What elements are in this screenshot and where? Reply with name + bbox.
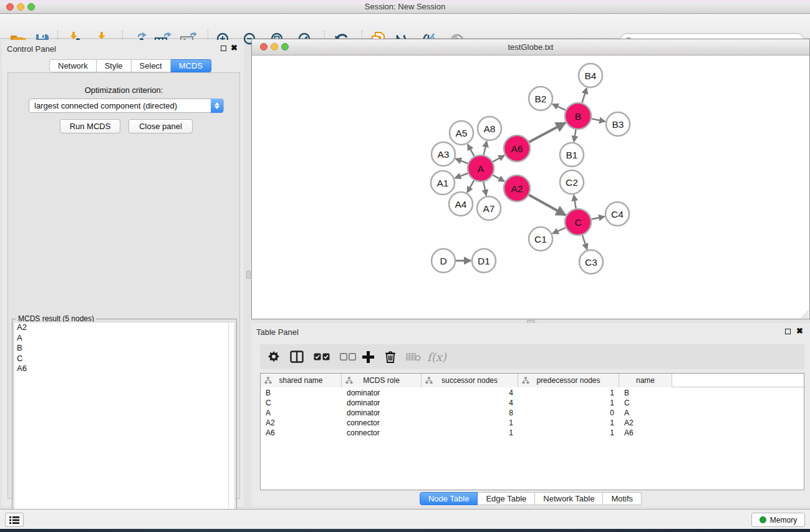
graph-edge-A-A6[interactable] <box>493 155 504 162</box>
tab-network-table[interactable]: Network Table <box>535 492 603 505</box>
network-graph-canvas[interactable]: B4B2BB3A8A5A6B1A3AA1C2A2A4A7C4CC1C3DD1 <box>252 56 809 319</box>
graph-node-A3[interactable]: A3 <box>432 142 455 166</box>
graph-edge-A-A8[interactable] <box>484 142 487 155</box>
graph-node-C[interactable]: C <box>565 209 591 235</box>
table-cell[interactable]: dominator <box>342 388 422 398</box>
graph-node-D1[interactable]: D1 <box>472 249 496 273</box>
close-panel-icon[interactable]: ✖ <box>231 43 238 52</box>
show-column-icon[interactable] <box>290 348 304 365</box>
graph-edge-B-B4[interactable] <box>582 88 586 103</box>
tab-style[interactable]: Style <box>97 59 132 72</box>
graph-node-D[interactable]: D <box>432 249 455 273</box>
table-cell[interactable]: 1 <box>518 398 619 408</box>
table-cell[interactable]: 4 <box>422 398 518 408</box>
graph-node-A6[interactable]: A6 <box>504 135 530 162</box>
network-window-titlebar[interactable]: testGlobe.txt <box>252 39 809 56</box>
column-header-name[interactable]: name <box>619 374 672 387</box>
mcds-result-list[interactable]: A2ABCA6 <box>14 322 229 528</box>
table-cell[interactable]: connector <box>342 428 422 438</box>
table-cell[interactable]: A2 <box>619 418 672 428</box>
graph-edge-A2-C[interactable] <box>529 195 566 215</box>
graph-edge-C-C3[interactable] <box>582 235 587 249</box>
table-row[interactable]: A6connector11A6 <box>261 428 804 438</box>
table-cell[interactable]: 0 <box>518 408 619 418</box>
graph-node-A4[interactable]: A4 <box>449 192 473 216</box>
graph-node-B4[interactable]: B4 <box>579 64 602 87</box>
graph-node-A5[interactable]: A5 <box>450 121 473 145</box>
mcds-result-item[interactable]: A2 <box>14 322 229 333</box>
graph-node-A8[interactable]: A8 <box>478 117 501 140</box>
table-cell[interactable]: connector <box>342 418 422 428</box>
unselect-all-icon[interactable] <box>340 348 356 365</box>
mcds-result-item[interactable]: B <box>14 343 229 354</box>
tab-node-table[interactable]: Node Table <box>420 492 478 505</box>
graph-edge-B-B1[interactable] <box>574 130 576 142</box>
column-header-MCDS-role[interactable]: MCDS role <box>342 374 422 387</box>
run-mcds-button[interactable]: Run MCDS <box>60 119 120 133</box>
graph-node-B[interactable]: B <box>565 103 591 129</box>
graph-node-A2[interactable]: A2 <box>504 175 530 201</box>
table-cell[interactable]: A6 <box>619 428 672 438</box>
graph-edge-A-A3[interactable] <box>456 159 468 164</box>
table-cell[interactable]: 1 <box>422 428 518 438</box>
table-cell[interactable]: C <box>261 398 342 408</box>
column-header-predecessor-nodes[interactable]: predecessor nodes <box>518 374 619 387</box>
table-cell[interactable]: A <box>619 408 672 418</box>
graph-edge-B-B3[interactable] <box>592 118 605 121</box>
graph-node-A7[interactable]: A7 <box>477 196 501 220</box>
table-cell[interactable]: A2 <box>261 418 342 428</box>
graph-edge-C-C4[interactable] <box>592 216 605 219</box>
function-builder-icon[interactable]: f(x) <box>427 348 446 365</box>
graph-edge-C-C2[interactable] <box>574 195 576 209</box>
tab-network[interactable]: Network <box>49 59 97 72</box>
table-row[interactable]: Adominator80A <box>261 408 804 418</box>
close-panel-button[interactable]: Close panel <box>128 119 193 133</box>
memory-button[interactable]: Memory <box>751 513 805 527</box>
close-table-panel-icon[interactable]: ✖ <box>796 326 803 336</box>
tab-select[interactable]: Select <box>132 59 171 72</box>
table-row[interactable]: A2connector11A2 <box>261 418 804 428</box>
table-cell[interactable]: dominator <box>342 408 422 418</box>
graph-edge-A6-B[interactable] <box>529 123 565 142</box>
graph-node-C3[interactable]: C3 <box>579 250 603 274</box>
graph-node-C1[interactable]: C1 <box>529 227 552 251</box>
table-row[interactable]: Bdominator41B <box>261 388 804 398</box>
node-table[interactable]: shared nameMCDS rolesuccessor nodesprede… <box>260 373 804 490</box>
graph-node-A1[interactable]: A1 <box>431 171 455 195</box>
mcds-result-item[interactable]: C <box>14 354 229 364</box>
table-cell[interactable]: 4 <box>422 388 518 398</box>
graph-edge-A-A2[interactable] <box>493 175 504 181</box>
tab-mcds[interactable]: MCDS <box>171 59 211 72</box>
table-cell[interactable]: dominator <box>342 398 422 408</box>
graph-edge-A-A1[interactable] <box>455 173 468 178</box>
graph-edge-A-A7[interactable] <box>483 182 486 196</box>
graph-node-C2[interactable]: C2 <box>560 170 584 194</box>
column-header-shared-name[interactable]: shared name <box>261 374 342 387</box>
table-cell[interactable]: 1 <box>518 388 619 398</box>
delete-row-icon[interactable] <box>385 348 396 365</box>
table-cell[interactable]: C <box>619 398 672 408</box>
graph-edge-A-A5[interactable] <box>468 144 474 156</box>
mcds-result-scrollbar[interactable] <box>228 322 235 528</box>
table-cell[interactable]: A <box>261 408 342 418</box>
resize-grip-icon[interactable] <box>800 309 809 318</box>
add-row-icon[interactable] <box>362 348 374 365</box>
task-history-button[interactable] <box>5 513 24 527</box>
table-cell[interactable]: 1 <box>422 418 518 428</box>
table-cell[interactable]: 1 <box>518 428 619 438</box>
table-options-icon[interactable] <box>268 348 280 365</box>
mcds-result-item[interactable]: A6 <box>14 364 229 374</box>
column-header-successor-nodes[interactable]: successor nodes <box>422 374 518 387</box>
tab-motifs[interactable]: Motifs <box>603 492 642 505</box>
graph-node-B3[interactable]: B3 <box>606 112 630 136</box>
vertical-splitter-handle[interactable] <box>246 271 251 279</box>
table-cell[interactable]: A6 <box>261 428 342 438</box>
graph-node-A[interactable]: A <box>468 155 494 181</box>
graph-node-B2[interactable]: B2 <box>529 87 552 110</box>
graph-node-C4[interactable]: C4 <box>605 202 629 226</box>
graph-edge-C-C1[interactable] <box>552 228 566 233</box>
mcds-result-item[interactable]: A <box>14 333 229 344</box>
graph-node-B1[interactable]: B1 <box>560 143 584 167</box>
criterion-dropdown[interactable]: largest connected component (directed) <box>29 99 224 113</box>
table-row[interactable]: Cdominator41C <box>261 398 804 408</box>
